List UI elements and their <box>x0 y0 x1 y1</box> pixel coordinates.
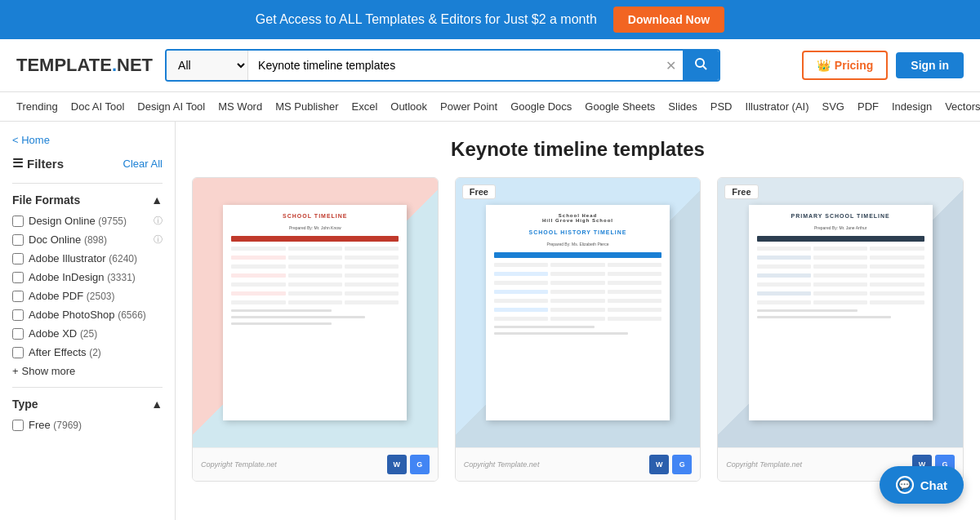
pricing-label: Pricing <box>835 59 873 72</box>
filter-photoshop-label: Adobe PhotoShop (6566) <box>29 309 163 321</box>
header-actions: 👑 Pricing Sign in <box>802 51 964 80</box>
filters-title: ☰ Filters <box>12 156 64 171</box>
filter-doc-online: Doc Online (898) ⓘ <box>12 233 163 246</box>
docs-icon-1: G <box>410 455 430 474</box>
template-card-1[interactable]: SCHOOL TIMELINE Prepared By: Mr. John Kn… <box>192 177 439 482</box>
svg-point-0 <box>696 59 704 67</box>
sidebar: < Home ☰ Filters Clear All File Formats … <box>0 122 176 520</box>
search-icon <box>694 57 707 70</box>
pricing-button[interactable]: 👑 Pricing <box>802 51 888 80</box>
filter-xd-checkbox[interactable] <box>12 328 24 340</box>
signin-button[interactable]: Sign in <box>896 52 964 78</box>
chat-label: Chat <box>920 478 947 492</box>
nav-indesign[interactable]: Indesign <box>892 100 932 113</box>
chat-button[interactable]: 💬 Chat <box>880 466 964 504</box>
main-layout: < Home ☰ Filters Clear All File Formats … <box>0 122 980 520</box>
filter-pdf: Adobe PDF (2503) <box>12 290 163 302</box>
filter-free-checkbox[interactable] <box>12 420 24 431</box>
doc-title-2: SCHOOL HISTORY TIMELINE <box>494 229 662 235</box>
nav-svg[interactable]: SVG <box>822 100 844 113</box>
template-card-3[interactable]: Free PRIMARY SCHOOL TIMELINE Prepared By… <box>717 177 964 482</box>
type-section-title[interactable]: Type ▲ <box>12 398 163 411</box>
file-formats-section-title[interactable]: File Formats ▲ <box>12 193 163 207</box>
doc-mockup-1: SCHOOL TIMELINE Prepared By: Mr. John Kn… <box>223 205 407 420</box>
template-card-2[interactable]: Free School HeadHill Grove High School S… <box>455 177 702 482</box>
nav-doc-ai[interactable]: Doc AI Tool <box>71 100 125 113</box>
template-grid: SCHOOL TIMELINE Prepared By: Mr. John Kn… <box>192 177 964 482</box>
doc-header-row-2 <box>494 252 662 258</box>
card-icons-1: W G <box>387 455 430 474</box>
nav-outlook[interactable]: Outlook <box>390 100 427 113</box>
filter-pdf-checkbox[interactable] <box>12 291 24 302</box>
header: TEMPLATE.NET All MS Word PDF ✕ 👑 Pricing… <box>0 39 980 92</box>
divider <box>12 183 163 184</box>
nav-psd[interactable]: PSD <box>710 100 733 113</box>
nav-design-ai[interactable]: Design AI Tool <box>137 100 205 113</box>
pricing-icon: 👑 <box>817 59 831 72</box>
filter-photoshop-checkbox[interactable] <box>12 309 24 321</box>
logo-text: TEMPLATE <box>16 55 112 75</box>
word-icon-1: W <box>387 455 407 474</box>
info-icon[interactable]: ⓘ <box>154 215 163 227</box>
nav-pdf[interactable]: PDF <box>858 100 879 113</box>
doc-title-school: School HeadHill Grove High School <box>494 213 662 223</box>
doc-subtitle-3: Prepared By: Mr. Jane Arthur <box>757 225 924 230</box>
filter-doc-online-checkbox[interactable] <box>12 234 24 246</box>
doc-header-row-1 <box>231 236 399 242</box>
download-now-button[interactable]: Download Now <box>613 7 724 33</box>
filter-illustrator-checkbox[interactable] <box>12 253 24 264</box>
filter-indesign: Adobe InDesign (3331) <box>12 271 163 283</box>
filter-free-label: Free (7969) <box>29 419 163 431</box>
nav-slides[interactable]: Slides <box>668 100 697 113</box>
content-area: Keynote timeline templates SCHOOL TIMELI… <box>176 122 980 520</box>
page-title: Keynote timeline templates <box>192 138 964 161</box>
nav-google-docs[interactable]: Google Docs <box>510 100 572 113</box>
collapse-icon: ▲ <box>151 193 163 207</box>
logo: TEMPLATE.NET <box>16 55 153 76</box>
nav-ms-publisher[interactable]: MS Publisher <box>275 100 338 113</box>
filter-after-effects-checkbox[interactable] <box>12 347 24 358</box>
free-badge-2: Free <box>462 184 496 199</box>
doc-title-1: SCHOOL TIMELINE <box>231 213 399 219</box>
search-submit-button[interactable] <box>683 51 719 80</box>
nav-google-sheets[interactable]: Google Sheets <box>585 100 655 113</box>
search-category-select[interactable]: All MS Word PDF <box>167 51 248 80</box>
docs-icon-2: G <box>672 455 692 474</box>
info-icon-2[interactable]: ⓘ <box>154 233 163 246</box>
nav-excel[interactable]: Excel <box>351 100 377 113</box>
filter-design-online-label: Design Online (9755) <box>29 215 149 227</box>
nav-illustrator[interactable]: Illustrator (AI) <box>746 100 809 113</box>
doc-header-row-3 <box>757 236 924 242</box>
card-icons-2: W G <box>649 455 692 474</box>
card-footer-1: Copyright Template.net W G <box>193 447 438 481</box>
search-clear-button[interactable]: ✕ <box>659 51 683 80</box>
nav-powerpoint[interactable]: Power Point <box>440 100 497 113</box>
doc-mockup-3: PRIMARY SCHOOL TIMELINE Prepared By: Mr.… <box>749 205 933 420</box>
back-home-link[interactable]: < Home <box>12 134 163 146</box>
card-watermark-1: Copyright Template.net <box>201 460 277 469</box>
filter-design-online: Design Online (9755) ⓘ <box>12 215 163 227</box>
collapse-type-icon: ▲ <box>151 398 163 411</box>
nav-vectors[interactable]: Vectors (EPS) <box>945 100 980 113</box>
show-more-button[interactable]: + Show more <box>12 365 163 377</box>
filter-xd-label: Adobe XD (25) <box>29 327 163 340</box>
filter-after-effects: After Effects (2) <box>12 346 163 358</box>
search-input[interactable] <box>248 51 659 80</box>
nav-trending[interactable]: Trending <box>16 100 58 113</box>
filter-icon: ☰ <box>12 156 23 171</box>
nav-bar: Trending Doc AI Tool Design AI Tool MS W… <box>0 92 980 122</box>
doc-subtitle-1: Prepared By: Mr. John Know <box>231 225 399 230</box>
filter-pdf-label: Adobe PDF (2503) <box>29 290 163 302</box>
nav-ms-word[interactable]: MS Word <box>218 100 262 113</box>
template-preview-2: Free School HeadHill Grove High School S… <box>456 178 701 447</box>
filter-design-online-checkbox[interactable] <box>12 216 24 227</box>
type-divider <box>12 387 163 388</box>
clear-all-link[interactable]: Clear All <box>123 158 163 170</box>
doc-title-3: PRIMARY SCHOOL TIMELINE <box>757 213 924 219</box>
word-icon-2: W <box>649 455 669 474</box>
filter-indesign-checkbox[interactable] <box>12 272 24 283</box>
filter-indesign-label: Adobe InDesign (3331) <box>29 271 163 283</box>
search-bar: All MS Word PDF ✕ <box>165 49 720 82</box>
logo-net: NET <box>117 55 153 75</box>
filter-illustrator-label: Adobe Illustrator (6240) <box>29 252 163 264</box>
